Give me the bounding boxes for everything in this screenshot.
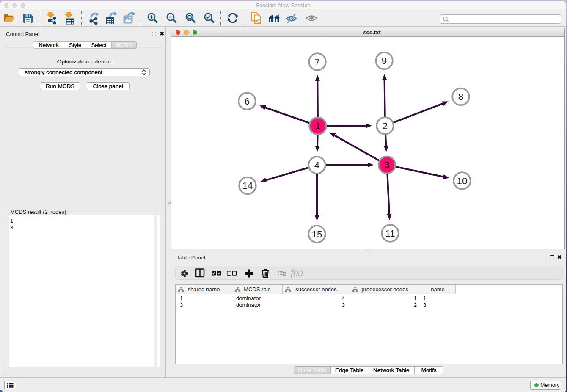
svg-text:15: 15 — [312, 229, 322, 240]
svg-text:1: 1 — [315, 121, 320, 131]
svg-text:11: 11 — [385, 228, 395, 239]
svg-text:14: 14 — [242, 180, 253, 191]
svg-text:8: 8 — [458, 91, 463, 102]
svg-text:9: 9 — [382, 55, 387, 66]
svg-text:10: 10 — [457, 176, 468, 186]
svg-text:6: 6 — [245, 96, 250, 107]
svg-text:7: 7 — [315, 57, 320, 67]
svg-text:4: 4 — [314, 160, 319, 171]
svg-text:3: 3 — [384, 160, 389, 170]
svg-text:2: 2 — [383, 121, 388, 131]
